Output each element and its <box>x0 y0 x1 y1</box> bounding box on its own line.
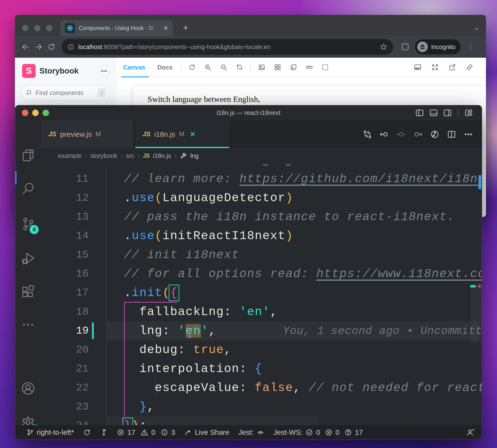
code-line[interactable]: 15// init i18next <box>41 245 482 264</box>
previous-change-icon[interactable] <box>380 129 389 139</box>
more-views-icon[interactable] <box>20 320 36 330</box>
code-line[interactable]: 12.use(LanguageDetector) <box>41 188 482 208</box>
back-icon[interactable] <box>20 43 31 51</box>
breadcrumb-item[interactable]: storybook <box>90 152 117 160</box>
code-line[interactable]: 21 interpolation: { <box>41 359 482 378</box>
toggle-panel-icon[interactable] <box>429 108 438 117</box>
new-tab-button[interactable]: + <box>183 24 188 32</box>
browser-menu-icon[interactable]: ⋮ <box>467 43 474 51</box>
js-file-icon: JS <box>143 130 150 138</box>
jest-ws-status[interactable]: Jest-WS: 0 0 17 <box>273 428 363 436</box>
minimize-window-button[interactable] <box>34 25 40 31</box>
more-actions-icon[interactable] <box>464 129 473 139</box>
tab-preview-js[interactable]: JS preview.js M <box>41 120 133 148</box>
fullscreen-icon[interactable] <box>431 64 439 71</box>
search-icon[interactable] <box>20 181 36 197</box>
incognito-icon <box>417 42 428 52</box>
zoom-in-icon[interactable] <box>204 64 211 71</box>
tab-close-icon[interactable]: ✕ <box>163 25 168 32</box>
active-indent-guide <box>124 302 125 416</box>
code-line[interactable]: 23 }, <box>41 397 482 416</box>
editor-tabbar: JS preview.js M JS i18n.js M ✕ <box>15 120 482 148</box>
branch-status[interactable]: right-to-left* <box>26 428 74 436</box>
change-marker-icon <box>396 129 406 139</box>
zoom-window-button[interactable] <box>46 25 52 31</box>
jest-status[interactable]: Jest: <box>238 428 264 436</box>
mouse-ibeam-cursor <box>186 327 193 339</box>
tab-title: Components - Using Hook · St <box>79 25 161 32</box>
code-line[interactable]: 20 debug: true, <box>41 340 482 359</box>
tab-i18n-js[interactable]: JS i18n.js M ✕ <box>135 120 229 148</box>
addons-panel-icon[interactable] <box>414 64 421 71</box>
forward-icon[interactable] <box>33 43 44 51</box>
side-panel-icon[interactable] <box>402 44 409 50</box>
breadcrumb-item[interactable]: src <box>126 152 134 160</box>
browser-toolbar: localhost:9009/?path=/story/components--… <box>15 36 486 58</box>
activity-bar: 4 1 <box>15 120 41 425</box>
code-line[interactable]: 24}); <box>41 416 482 425</box>
tab-search-chevron-icon[interactable]: ⌄ <box>474 23 480 32</box>
live-share-status[interactable]: Live Share <box>184 428 229 436</box>
tab-docs[interactable]: Docs <box>157 57 174 77</box>
open-external-icon[interactable] <box>449 64 456 71</box>
run-debug-icon[interactable] <box>20 250 36 266</box>
overview-ruler-mark <box>478 285 481 288</box>
breadcrumb-item[interactable]: example <box>58 152 81 160</box>
browser-traffic-lights[interactable] <box>22 25 52 31</box>
bookmark-star-icon[interactable] <box>380 43 387 51</box>
desktop-wallpaper: Components - Using Hook · St ✕ + ⌄ local… <box>0 0 497 448</box>
breadcrumb-file[interactable]: i18n.js <box>153 152 171 160</box>
code-line[interactable]: 16// for all options read: https://www.i… <box>41 264 482 283</box>
tab-canvas[interactable]: Canvas <box>122 57 146 77</box>
code-line[interactable]: 22 escapeValue: false, // not needed for… <box>41 378 482 397</box>
problems-status[interactable]: 17 0 3 <box>117 428 175 436</box>
sync-status[interactable] <box>83 429 91 436</box>
zoom-reset-icon[interactable] <box>236 64 243 71</box>
viewports-icon[interactable] <box>290 64 297 71</box>
code-line[interactable]: 11// learn more: https://github.com/i18n… <box>41 169 482 188</box>
compare-changes-icon[interactable] <box>363 129 372 139</box>
code-line[interactable]: 18 fallbackLng: 'en', <box>41 302 482 321</box>
close-tab-icon[interactable]: ✕ <box>190 130 196 138</box>
url-bar[interactable]: localhost:9009/?path=/story/components--… <box>62 39 393 55</box>
grid-icon[interactable] <box>274 64 281 71</box>
code-line[interactable]: // detect user language <box>41 164 482 169</box>
timeline-icon[interactable] <box>430 129 440 139</box>
next-change-icon[interactable] <box>413 129 423 139</box>
window-title: i18n.js — react-i18next <box>15 105 482 120</box>
reload-icon[interactable] <box>46 43 57 51</box>
accounts-icon[interactable] <box>20 381 36 396</box>
react-favicon-icon <box>65 23 75 33</box>
toggle-sidebar-icon[interactable] <box>415 108 424 117</box>
incognito-badge: Incognito <box>415 39 461 54</box>
split-editor-icon[interactable] <box>447 129 456 139</box>
scm-badge: 4 <box>30 225 39 234</box>
outline-icon[interactable] <box>321 64 329 71</box>
explorer-icon[interactable] <box>20 148 36 163</box>
feedback-person-icon[interactable] <box>466 428 475 436</box>
scrollbar-slider[interactable] <box>471 284 482 343</box>
close-window-button[interactable] <box>22 25 28 31</box>
background-icon[interactable] <box>258 64 265 71</box>
breadcrumb-symbol[interactable]: lng <box>190 152 199 160</box>
storybook-menu-button[interactable]: ••• <box>98 65 110 77</box>
incognito-label: Incognito <box>431 44 455 50</box>
customize-layout-icon[interactable] <box>464 108 473 117</box>
code-editor[interactable]: // detect user language11// learn more: … <box>41 164 482 425</box>
zoom-out-icon[interactable] <box>220 64 227 71</box>
breadcrumb: example › storybook › src › JS i18n.js ›… <box>15 148 482 164</box>
code-line[interactable]: 19 lng: 'en',You, 1 second ago • Uncommi… <box>41 321 482 340</box>
gitlens-status[interactable] <box>100 429 108 436</box>
measure-icon[interactable] <box>306 64 313 71</box>
storybook-brand: Storybook <box>39 66 98 76</box>
extensions-icon[interactable] <box>20 284 36 300</box>
source-control-icon[interactable]: 4 <box>20 216 36 232</box>
find-components-input[interactable]: Find components / <box>21 85 110 100</box>
code-line[interactable]: 14.use(initReactI18next) <box>41 226 482 245</box>
browser-tab[interactable]: Components - Using Hook · St ✕ <box>60 20 173 36</box>
code-line[interactable]: 17.init({ <box>41 283 482 302</box>
copy-link-icon[interactable] <box>466 64 473 71</box>
toggle-secondary-sidebar-icon[interactable] <box>443 108 452 117</box>
remount-icon[interactable] <box>188 64 196 71</box>
code-line[interactable]: 13// pass the i18n instance to react-i18… <box>41 208 482 226</box>
